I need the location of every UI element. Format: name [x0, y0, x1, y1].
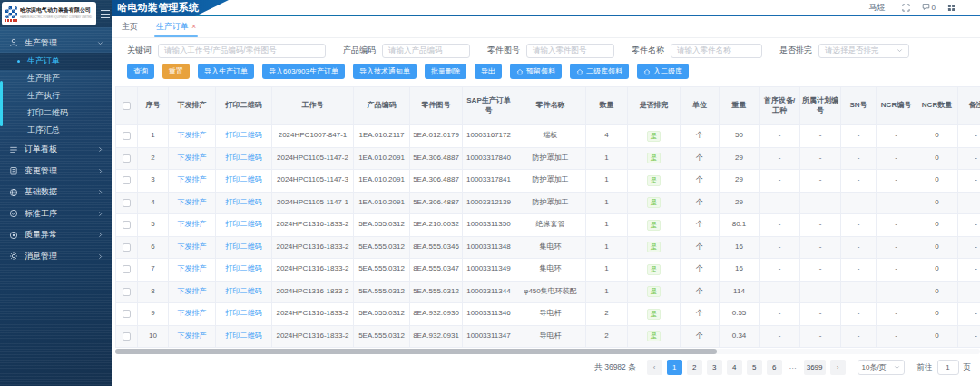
- collapse-menu-icon[interactable]: [101, 10, 110, 18]
- part-name-input[interactable]: 请输入零件名称: [671, 44, 762, 58]
- cell-first-equip: -: [760, 170, 800, 192]
- import-production-order-button[interactable]: 导入生产订单: [198, 64, 254, 79]
- user-name[interactable]: 马煜: [869, 2, 886, 14]
- cell-part-drawing-no: 5EA.306.4887: [410, 148, 463, 170]
- into-secondary-store-button[interactable]: 入二级库: [637, 64, 689, 79]
- secondary-store-pick-button[interactable]: 二级库领料: [570, 64, 629, 79]
- send-schedule-link[interactable]: 下发排产: [178, 242, 207, 252]
- send-schedule-link[interactable]: 下发排产: [178, 264, 207, 274]
- messages-icon[interactable]: 0: [922, 3, 936, 13]
- send-schedule-link[interactable]: 下发排产: [178, 175, 207, 185]
- print-qr-link[interactable]: 打印二维码: [226, 332, 262, 341]
- row-checkbox[interactable]: [122, 199, 131, 207]
- home-icon: [516, 68, 524, 75]
- product-code-input[interactable]: 请输入产品编码: [382, 44, 470, 58]
- tab-home[interactable]: 主页: [120, 16, 140, 38]
- print-qr-link[interactable]: 打印二维码: [226, 287, 262, 297]
- filter-part-drawing-no: 零件图号请输入零件图号: [487, 44, 614, 58]
- sidebar-subitem-print-qrcode[interactable]: 打印二维码: [0, 104, 112, 122]
- row-checkbox[interactable]: [122, 132, 131, 140]
- sidebar-item-base-data[interactable]: 基础数据: [0, 182, 112, 203]
- page-button-2[interactable]: 2: [687, 360, 702, 375]
- warning-circle-icon: [8, 230, 18, 240]
- sidebar-item-change-management[interactable]: 变更管理: [0, 161, 112, 183]
- print-qr-link[interactable]: 打印二维码: [226, 220, 262, 230]
- cell-seq: 2: [138, 148, 169, 170]
- row-checkbox[interactable]: [122, 243, 131, 252]
- print-qr-link[interactable]: 打印二维码: [226, 198, 262, 208]
- send-schedule-link[interactable]: 下发排产: [178, 309, 207, 319]
- sidebar-subitem-production-order[interactable]: 生产订单: [0, 53, 112, 70]
- sidebar-item-quality-exception[interactable]: 质量异常: [0, 224, 112, 246]
- row-checkbox[interactable]: [122, 176, 131, 184]
- sidebar-subitem-production-execution[interactable]: 生产执行: [0, 87, 112, 104]
- send-schedule-link[interactable]: 下发排产: [178, 153, 207, 163]
- prev-page-button[interactable]: ‹: [647, 360, 662, 375]
- row-checkbox[interactable]: [122, 154, 131, 163]
- cell-part-drawing-no: 5EA.210.0032: [410, 214, 463, 236]
- send-schedule-link[interactable]: 下发排产: [178, 332, 207, 341]
- tab-production-order[interactable]: 生产订单×: [154, 16, 198, 38]
- row-checkbox[interactable]: [122, 310, 131, 318]
- print-qr-link[interactable]: 打印二维码: [226, 264, 262, 274]
- scheduled-select[interactable]: 请选择是否排完: [818, 44, 909, 58]
- page-size-select[interactable]: 10条/页: [858, 360, 905, 375]
- page-button-4[interactable]: 4: [727, 360, 742, 375]
- sidebar-item-message-management[interactable]: 消息管理: [0, 246, 112, 268]
- part-drawing-no-input[interactable]: 请输入零件图号: [526, 44, 614, 58]
- send-schedule-link[interactable]: 下发排产: [178, 131, 207, 141]
- chevron-right-icon: [97, 168, 103, 174]
- apps-grid-icon[interactable]: [947, 4, 956, 12]
- cell-unit: 个: [681, 237, 720, 259]
- sidebar-scrollbar-thumb[interactable]: [0, 81, 3, 126]
- reserve-material-button[interactable]: 预留领料: [510, 64, 562, 79]
- row-checkbox[interactable]: [122, 332, 131, 341]
- cell-scheduled: 是: [628, 303, 681, 325]
- page-button-3699[interactable]: 3699: [804, 360, 826, 375]
- sidebar-item-production-management[interactable]: 生产管理: [0, 33, 112, 53]
- import-603-903-button[interactable]: 导入603/903生产订单: [262, 64, 345, 79]
- export-button[interactable]: 导出: [475, 64, 502, 79]
- goto-page-input[interactable]: [937, 360, 959, 375]
- import-tech-notice-button[interactable]: 导入技术通知单: [353, 64, 416, 79]
- cell-first-equip: -: [760, 125, 800, 147]
- sidebar-item-order-board[interactable]: 订单看板: [0, 139, 112, 161]
- page-button-3[interactable]: 3: [707, 360, 722, 375]
- row-checkbox[interactable]: [122, 221, 131, 229]
- send-schedule-link[interactable]: 下发排产: [178, 287, 207, 297]
- cell-unit: 个: [681, 193, 720, 214]
- batch-delete-button[interactable]: 批量删除: [425, 64, 466, 79]
- close-tab-icon[interactable]: ×: [191, 23, 196, 31]
- page-button-5[interactable]: 5: [747, 360, 762, 375]
- page-button-1[interactable]: 1: [667, 360, 682, 375]
- next-page-button[interactable]: ›: [830, 360, 846, 375]
- keyword-input[interactable]: 请输入工作号/产品编码/零件图号: [158, 44, 326, 58]
- cell-ncr-no: -: [877, 125, 916, 147]
- select-all-checkbox[interactable]: [122, 102, 131, 110]
- send-schedule-link[interactable]: 下发排产: [178, 198, 207, 208]
- scrollbar-thumb[interactable]: [115, 349, 717, 354]
- row-checkbox[interactable]: [122, 265, 131, 273]
- cell-product-code: 5EA.555.0312: [354, 326, 410, 348]
- cell-select: [116, 214, 138, 236]
- print-qr-link[interactable]: 打印二维码: [226, 131, 262, 141]
- send-schedule-link[interactable]: 下发排产: [178, 220, 207, 230]
- print-qr-link[interactable]: 打印二维码: [226, 242, 262, 252]
- cell-print-qr: 打印二维码: [216, 193, 272, 214]
- print-qr-link[interactable]: 打印二维码: [226, 175, 262, 185]
- cell-plan-no: -: [800, 326, 841, 348]
- sidebar-subitem-process-summary[interactable]: 工序汇总: [0, 122, 112, 139]
- print-qr-link[interactable]: 打印二维码: [226, 309, 262, 319]
- print-qr-link[interactable]: 打印二维码: [226, 153, 262, 163]
- reset-button[interactable]: 重置: [162, 64, 190, 79]
- cell-send-schedule: 下发排产: [169, 214, 216, 236]
- row-checkbox[interactable]: [122, 288, 131, 296]
- fullscreen-icon[interactable]: [902, 4, 910, 12]
- cell-remark: -: [958, 214, 980, 236]
- sidebar-subitem-production-scheduling[interactable]: 生产排产: [0, 70, 112, 87]
- page-button-6[interactable]: 6: [767, 360, 782, 375]
- cell-plan-no: -: [800, 259, 841, 281]
- sidebar-item-standard-process[interactable]: 标准工序: [0, 203, 112, 225]
- page-ellipsis[interactable]: ···: [787, 363, 799, 372]
- search-button[interactable]: 查询: [127, 64, 154, 79]
